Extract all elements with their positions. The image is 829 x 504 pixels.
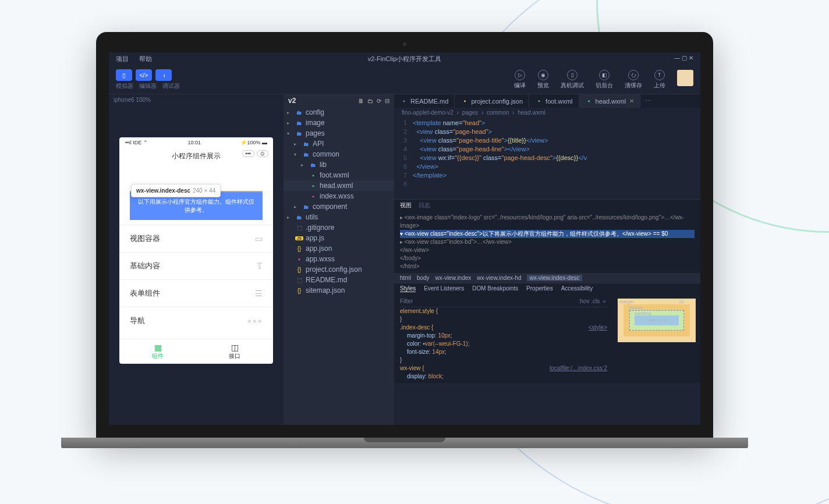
dom-tree[interactable]: ▸ <wx-image class="index-logo" src="../r… [394, 211, 700, 273]
filter-input[interactable]: Filter [400, 297, 413, 306]
hov-cls-toggle[interactable]: :hov .cls ＋ [579, 297, 607, 306]
simulator-toggle[interactable]: ▯ [116, 69, 132, 81]
tree-item[interactable]: JSapp.js [284, 233, 394, 243]
tree-item[interactable]: ▸🖿API [284, 139, 394, 149]
min-button[interactable]: — [674, 55, 680, 63]
preview-button[interactable]: ◉预览 [537, 70, 549, 90]
more-tabs[interactable]: ⋯ [640, 94, 656, 108]
list-item[interactable]: 导航∘∘∘ [119, 307, 273, 334]
editor-tab[interactable]: ▪project.config.json [455, 94, 529, 108]
capsule-menu[interactable]: ••• [242, 150, 254, 157]
editor-label: 编辑器 [139, 82, 157, 90]
phone-simulator: ••ıl IDE ⌃ 10:01 ⚡100% ▬ 小程序组件展示 ••• ⊙ [119, 137, 273, 364]
box-model: margin 10 border padding 240 × 44 [613, 294, 700, 383]
project-root[interactable]: v2 [288, 97, 296, 105]
status-time: 10:01 [187, 140, 201, 145]
crumb-item[interactable]: html [400, 275, 411, 281]
styles-tab[interactable]: Styles [400, 285, 416, 292]
close-icon[interactable]: ✕ [629, 98, 634, 104]
menu-help[interactable]: 帮助 [139, 55, 152, 63]
tree-item[interactable]: {}project.config.json [284, 264, 394, 275]
device-info[interactable]: iphone6 100% [109, 94, 284, 105]
window-title: v2-FinClip小程序开发工具 [368, 55, 442, 63]
switch-bg-button[interactable]: ◧切后台 [596, 70, 613, 90]
debugger-label: 调试器 [162, 82, 180, 90]
menubar: 项目 帮助 v2-FinClip小程序开发工具 — ▢ ✕ [109, 52, 700, 66]
devtools-tab-log[interactable]: 日志 [419, 201, 430, 210]
crumb-item[interactable]: wx-view.index [435, 275, 472, 281]
styles-tab[interactable]: Properties [526, 285, 553, 292]
ide-window: 项目 帮助 v2-FinClip小程序开发工具 — ▢ ✕ ▯ </> ⫞ [109, 52, 700, 425]
tree-item[interactable]: ▸🖿image [284, 118, 394, 128]
capsule-close[interactable]: ⊙ [257, 150, 268, 157]
tree-item[interactable]: ▪head.wxml [284, 180, 394, 191]
upload-button[interactable]: ⤒上传 [654, 70, 665, 90]
tree-item[interactable]: ▪foot.wxml [284, 170, 394, 180]
toolbar: ▯ </> ⫞ 模拟器 编辑器 调试器 ▷编译 ◉预览 ▯真机调试 ◧切后台 [109, 66, 700, 94]
laptop-frame: 项目 帮助 v2-FinClip小程序开发工具 — ▢ ✕ ▯ </> ⫞ [96, 32, 713, 448]
tree-item[interactable]: ▾🖿common [284, 149, 394, 159]
tab-components[interactable]: ▦组件 [119, 339, 196, 364]
close-button[interactable]: ✕ [689, 55, 693, 63]
refresh-icon[interactable]: ⟳ [377, 98, 381, 104]
tree-item[interactable]: ▸🖿config [284, 107, 394, 118]
tree-item[interactable]: {}sitemap.json [284, 285, 394, 296]
max-button[interactable]: ▢ [682, 55, 687, 63]
crumb-item[interactable]: body [417, 275, 430, 281]
user-avatar[interactable] [677, 70, 693, 86]
styles-tab[interactable]: Accessibility [561, 285, 593, 292]
tree-item[interactable]: ▸🖿component [284, 201, 394, 212]
camera-dot [403, 42, 406, 46]
code-editor[interactable]: 1<template name="head">2 <view class="pa… [394, 118, 700, 199]
breadcrumb[interactable]: fino-applet-demo-v2 › pages › common › h… [394, 108, 700, 118]
tree-item[interactable]: ▾🖿pages [284, 128, 394, 139]
simulator-panel: iphone6 100% ••ıl IDE ⌃ 10:01 ⚡100% ▬ 小程… [109, 94, 284, 425]
devtools-tab-view[interactable]: 视图 [400, 201, 412, 210]
editor-panel: ▪README.md▪project.config.json▪foot.wxml… [394, 94, 700, 425]
inspect-tooltip: wx-view.index-desc240 × 44 [131, 184, 221, 197]
list-item[interactable]: 基础内容𝕋 [119, 252, 273, 279]
styles-tab[interactable]: Event Listeners [424, 285, 464, 292]
devtools: 视图 日志 ▸ <wx-image class="index-logo" src… [394, 199, 700, 383]
status-battery: ⚡100% ▬ [240, 140, 267, 145]
new-folder-icon[interactable]: 🗀 [367, 98, 373, 104]
clear-cache-button[interactable]: ⭮清缓存 [625, 70, 642, 90]
tree-item[interactable]: ⬚.gitignore [284, 222, 394, 233]
editor-tab[interactable]: ▪README.md [394, 94, 455, 108]
dom-breadcrumb[interactable]: htmlbodywx-view.indexwx-view.index-hdwx-… [394, 273, 700, 283]
remote-debug-button[interactable]: ▯真机调试 [561, 70, 584, 90]
crumb-item[interactable]: wx-view.index-desc [527, 275, 582, 281]
editor-tab[interactable]: ▪foot.wxml [529, 94, 579, 108]
tab-api[interactable]: ◫接口 [196, 339, 273, 364]
menu-project[interactable]: 项目 [116, 55, 129, 63]
status-signal: ••ıl IDE ⌃ [125, 140, 148, 145]
tree-item[interactable]: ▸🖿utils [284, 212, 394, 222]
list-item[interactable]: 视图容器▭ [119, 225, 273, 252]
debugger-toggle[interactable]: ⫞ [155, 69, 172, 81]
tree-item[interactable]: {}app.json [284, 243, 394, 254]
app-title: 小程序组件展示 [172, 152, 221, 160]
tree-item[interactable]: ▪index.wxss [284, 191, 394, 201]
list-item[interactable]: 表单组件☰ [119, 279, 273, 307]
crumb-item[interactable]: wx-view.index-hd [477, 275, 521, 281]
styles-tab[interactable]: DOM Breakpoints [472, 285, 518, 292]
compile-button[interactable]: ▷编译 [514, 70, 526, 90]
file-explorer: v2 🗎 🗀 ⟳ ⊟ ▸🖿config▸🖿image▾🖿pages▸🖿API▾🖿… [284, 94, 394, 425]
tree-item[interactable]: ▪app.wxss [284, 254, 394, 264]
new-file-icon[interactable]: 🗎 [358, 98, 364, 104]
simulator-label: 模拟器 [116, 82, 133, 90]
tree-item[interactable]: ▸🖿lib [284, 159, 394, 170]
editor-tab[interactable]: ▪head.wxml✕ [579, 94, 641, 108]
styles-tabs: StylesEvent ListenersDOM BreakpointsProp… [394, 283, 700, 294]
editor-tabs: ▪README.md▪project.config.json▪foot.wxml… [394, 94, 700, 108]
editor-toggle[interactable]: </> [136, 69, 152, 81]
collapse-icon[interactable]: ⊟ [385, 98, 389, 104]
styles-pane[interactable]: Filter :hov .cls ＋ element.style { } .in… [394, 294, 613, 383]
tree-item[interactable]: ⬚README.md [284, 275, 394, 285]
